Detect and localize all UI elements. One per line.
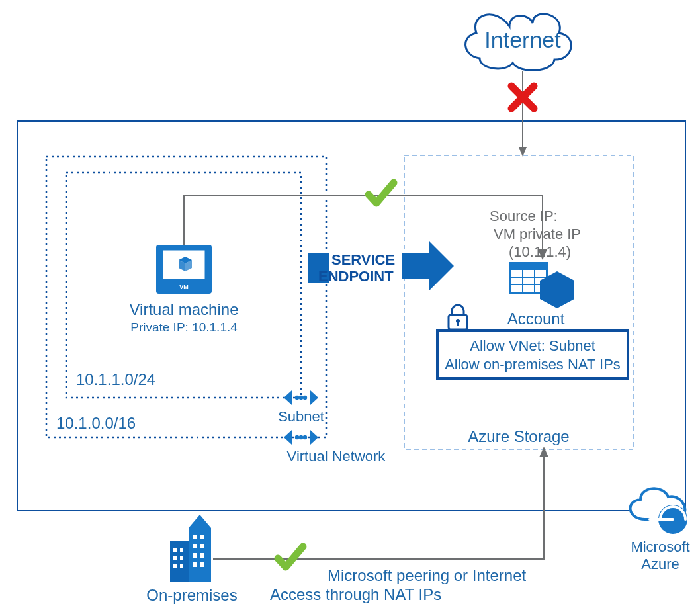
svg-rect-36 (180, 556, 183, 560)
source-ip-l1: Source IP: (490, 208, 558, 224)
vnet-box (46, 157, 326, 437)
svg-point-13 (303, 396, 307, 400)
allowed-check-icon-2 (278, 546, 303, 567)
svg-rect-35 (173, 556, 177, 560)
onprem-to-storage-arrowhead (539, 447, 548, 457)
vm-subtitle: Private IP: 10.1.1.4 (130, 320, 238, 334)
subnet-label: Subnet (278, 408, 324, 425)
storage-account-label: Account (507, 310, 565, 327)
svg-rect-46 (200, 562, 204, 567)
onprem-building-icon (170, 515, 211, 582)
peering-label: Microsoft peering or Internet (328, 566, 526, 584)
storage-account-icon (509, 262, 574, 308)
allowed-check-icon (369, 183, 394, 203)
svg-rect-37 (173, 564, 177, 568)
service-endpoint-arrow-icon (402, 241, 454, 291)
svg-marker-9 (284, 390, 292, 405)
svg-point-17 (299, 435, 303, 439)
svg-rect-43 (193, 553, 197, 558)
azure-label-1: Microsoft (631, 539, 689, 555)
service-endpoint-l1: SERVICE (331, 251, 395, 268)
source-ip-l2: VM private IP (494, 226, 581, 242)
svg-rect-41 (193, 544, 197, 548)
svg-rect-44 (200, 553, 204, 558)
nat-label: Access through NAT IPs (270, 586, 441, 603)
svg-point-18 (303, 435, 307, 439)
svg-rect-38 (180, 564, 183, 568)
svg-marker-32 (189, 515, 211, 528)
lock-icon (449, 305, 467, 329)
svg-rect-31 (189, 528, 211, 582)
subnet-endpoint-icon (284, 390, 318, 405)
internet-label: Internet (484, 27, 561, 52)
vnet-endpoint-icon (284, 430, 318, 445)
svg-point-12 (299, 396, 303, 400)
onprem-label: On-premises (146, 586, 237, 604)
svg-rect-33 (173, 548, 177, 552)
svg-text:VM: VM (179, 284, 189, 290)
service-endpoint-l2: ENDPOINT (318, 268, 394, 284)
svg-point-11 (295, 396, 299, 400)
svg-rect-29 (457, 321, 459, 326)
storage-rule-2: Allow on-premises NAT IPs (445, 356, 621, 372)
architecture-diagram: Internet VM Virtual machine Private IP: … (0, 0, 700, 610)
vnet-label: Virtual Network (287, 448, 386, 464)
svg-marker-19 (402, 241, 454, 291)
subnet-cidr: 10.1.1.0/24 (76, 370, 155, 388)
svg-rect-45 (193, 562, 197, 567)
svg-point-16 (295, 435, 299, 439)
svg-rect-34 (180, 548, 183, 552)
storage-rule-1: Allow VNet: Subnet (470, 337, 595, 354)
svg-marker-14 (284, 430, 292, 445)
vm-icon: VM (156, 245, 212, 294)
onprem-to-storage-line (213, 451, 544, 559)
azure-cloud-icon (631, 488, 687, 534)
azure-storage-title: Azure Storage (468, 427, 569, 445)
azure-label-2: Azure (641, 556, 679, 572)
azure-storage-box (404, 155, 634, 449)
svg-marker-15 (310, 430, 318, 445)
vm-to-storage-line (184, 196, 543, 255)
svg-rect-40 (200, 535, 204, 539)
vnet-cidr: 10.1.0.0/16 (56, 414, 136, 432)
vm-title: Virtual machine (130, 300, 239, 318)
source-ip-l3: (10.1.1.4) (509, 243, 571, 260)
svg-rect-39 (193, 535, 197, 539)
svg-rect-42 (200, 544, 204, 548)
svg-marker-10 (310, 390, 318, 405)
svg-rect-30 (170, 541, 189, 582)
